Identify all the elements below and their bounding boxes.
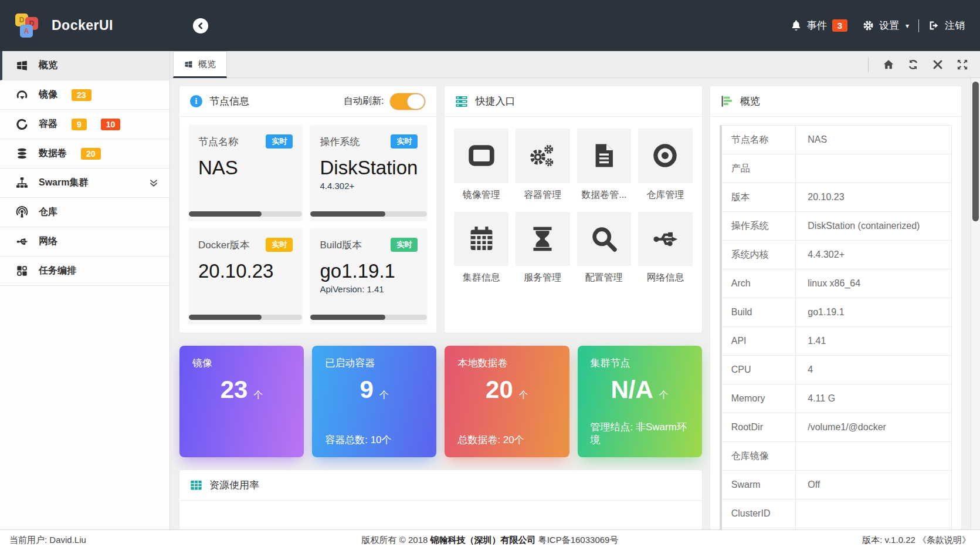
sidebar-item-label: 镜像 bbox=[39, 89, 57, 101]
bar-chart-icon bbox=[721, 95, 733, 107]
sidebar-item-images[interactable]: 镜像 23 bbox=[0, 80, 169, 110]
document-icon bbox=[577, 129, 632, 183]
tab-controls-divider bbox=[868, 57, 869, 72]
table-row: 节点名称NAS bbox=[721, 126, 952, 154]
logo-tile-blue: A bbox=[20, 25, 33, 38]
panel-title: 快捷入口 bbox=[475, 95, 515, 108]
tab-overview[interactable]: 概览 bbox=[173, 51, 227, 78]
quick-item-cluster-info[interactable]: 集群信息 bbox=[454, 212, 508, 285]
sidebar-collapse-button[interactable] bbox=[193, 18, 208, 33]
sidebar-item-swarm[interactable]: Swarm集群 bbox=[0, 168, 169, 198]
node-name-card: 节点名称 实时 NAS bbox=[189, 125, 302, 220]
tab-controls bbox=[868, 51, 980, 77]
events-menu[interactable]: 事件 3 bbox=[791, 19, 847, 32]
close-tab-button[interactable] bbox=[932, 59, 944, 70]
sidebar-item-volumes[interactable]: 数据卷 20 bbox=[0, 139, 169, 168]
version-info: 版本: v.1.0.22 《条款说明》 bbox=[862, 535, 971, 546]
stat-subtitle: 管理结点: 非Swarm环境 bbox=[591, 421, 689, 447]
search-icon bbox=[577, 212, 632, 266]
quick-item-registry-management[interactable]: 仓库管理 bbox=[638, 129, 693, 201]
logout-label: 注销 bbox=[945, 19, 965, 32]
sidebar-item-registry[interactable]: 仓库 bbox=[0, 198, 169, 227]
events-count-badge: 3 bbox=[832, 19, 847, 32]
auto-refresh-label: 自动刷新: bbox=[344, 95, 384, 107]
stat-unit: 个 bbox=[659, 389, 669, 401]
card-value: 20.10.23 bbox=[198, 261, 293, 282]
progress-bar bbox=[310, 315, 427, 320]
refresh-button[interactable] bbox=[907, 59, 919, 70]
content-area: i 节点信息 自动刷新: 节点名称 bbox=[170, 78, 971, 529]
stat-card-local-volumes[interactable]: 本地数据卷 20个 总数据卷: 20个 bbox=[445, 346, 569, 457]
scrollbar-track[interactable] bbox=[971, 78, 980, 529]
stat-card-running-containers[interactable]: 已启动容器 9个 容器总数: 10个 bbox=[312, 346, 436, 457]
usb-icon bbox=[638, 212, 693, 266]
home-button[interactable] bbox=[883, 59, 894, 70]
right-column: 概览 节点名称NAS 产品 版本20.10.23 操作系统DiskStation… bbox=[710, 86, 961, 529]
tab-label: 概览 bbox=[198, 59, 216, 70]
sidebar-item-overview[interactable]: 概览 bbox=[0, 51, 169, 80]
scrollbar-thumb[interactable] bbox=[972, 82, 979, 221]
sidebar-item-label: 任务编排 bbox=[39, 265, 76, 277]
progress-bar bbox=[189, 315, 302, 320]
window-icon bbox=[454, 129, 508, 183]
table-row: 产品 bbox=[721, 154, 952, 183]
quick-item-container-management[interactable]: 容器管理 bbox=[516, 129, 570, 201]
logout-button[interactable]: 注销 bbox=[928, 19, 965, 32]
quick-item-config-management[interactable]: 配置管理 bbox=[577, 212, 632, 285]
home-icon bbox=[883, 59, 894, 70]
events-label: 事件 bbox=[807, 19, 827, 32]
stat-card-cluster-nodes[interactable]: 集群节点 N/A个 管理结点: 非Swarm环境 bbox=[578, 346, 702, 457]
stat-subtitle: 总数据卷: 20个 bbox=[457, 434, 556, 447]
table-row: API1.41 bbox=[721, 327, 952, 356]
table-grid-icon bbox=[190, 479, 202, 491]
sidebar-item-tasks[interactable]: 任务编排 bbox=[0, 257, 169, 286]
close-icon bbox=[932, 59, 944, 70]
stat-value: N/A bbox=[611, 376, 653, 404]
card-subvalue: ApiVersion: 1.41 bbox=[320, 284, 418, 294]
table-row: 仓库镜像 bbox=[721, 442, 952, 471]
fullscreen-button[interactable] bbox=[957, 59, 968, 70]
app-logo: D D A bbox=[15, 12, 43, 40]
sidebar-item-label: 容器 bbox=[39, 118, 57, 130]
build-version-card: Build版本 实时 go1.19.1 ApiVersion: 1.41 bbox=[310, 228, 427, 323]
podcast-icon bbox=[16, 206, 28, 218]
table-row: RootDir/volume1/@docker bbox=[721, 413, 952, 442]
table-row: ClusterID bbox=[721, 500, 952, 528]
table-row: 版本20.10.23 bbox=[721, 183, 952, 212]
navbar-divider bbox=[918, 19, 919, 32]
copyright: 版权所有 © 2018 锦翰科技（深圳）有限公司 粤ICP备16033069号 bbox=[362, 535, 619, 546]
stat-card-images[interactable]: 镜像 23个 bbox=[179, 346, 304, 457]
progress-bar bbox=[189, 211, 302, 217]
stat-unit: 个 bbox=[519, 389, 528, 401]
chevron-down-icon: ▾ bbox=[906, 22, 909, 30]
target-icon bbox=[638, 129, 693, 183]
navbar-right: 事件 3 设置 ▾ 注销 bbox=[791, 19, 965, 32]
logout-icon bbox=[928, 20, 940, 31]
progress-bar bbox=[310, 211, 427, 217]
sidebar: 概览 镜像 23 容器 9 10 数据卷 20 Swarm集群 bbox=[0, 51, 170, 529]
card-value: go1.19.1 bbox=[320, 261, 418, 282]
settings-menu[interactable]: 设置 ▾ bbox=[863, 19, 909, 32]
expand-icon bbox=[957, 59, 968, 70]
sidebar-item-label: 数据卷 bbox=[39, 147, 67, 160]
auto-refresh-toggle[interactable] bbox=[389, 93, 426, 110]
gears-icon bbox=[516, 129, 570, 183]
realtime-badge: 实时 bbox=[391, 238, 418, 252]
quick-item-image-management[interactable]: 镜像管理 bbox=[454, 129, 508, 201]
stat-value: 23 bbox=[221, 376, 248, 404]
quick-item-network-info[interactable]: 网络信息 bbox=[638, 212, 693, 285]
terms-link[interactable]: 《条款说明》 bbox=[918, 535, 971, 545]
dockerui-app: D D A DockerUI 事件 3 设置 ▾ 注销 bbox=[0, 0, 980, 550]
sidebar-item-network[interactable]: 网络 bbox=[0, 227, 169, 257]
settings-label: 设置 bbox=[879, 19, 899, 32]
quick-item-service-management[interactable]: 服务管理 bbox=[516, 212, 570, 285]
calendar-icon bbox=[454, 212, 508, 266]
containers-running-badge: 9 bbox=[72, 119, 87, 130]
overview-panel: 概览 节点名称NAS 产品 版本20.10.23 操作系统DiskStation… bbox=[710, 86, 961, 529]
images-count-badge: 23 bbox=[72, 89, 91, 101]
sidebar-item-containers[interactable]: 容器 9 10 bbox=[0, 110, 169, 139]
current-user: 当前用户: David.Liu bbox=[9, 535, 86, 546]
quick-item-volume-management[interactable]: 数据卷管... bbox=[577, 129, 632, 201]
table-row: CPU4 bbox=[721, 356, 952, 384]
stat-value: 20 bbox=[486, 376, 513, 404]
